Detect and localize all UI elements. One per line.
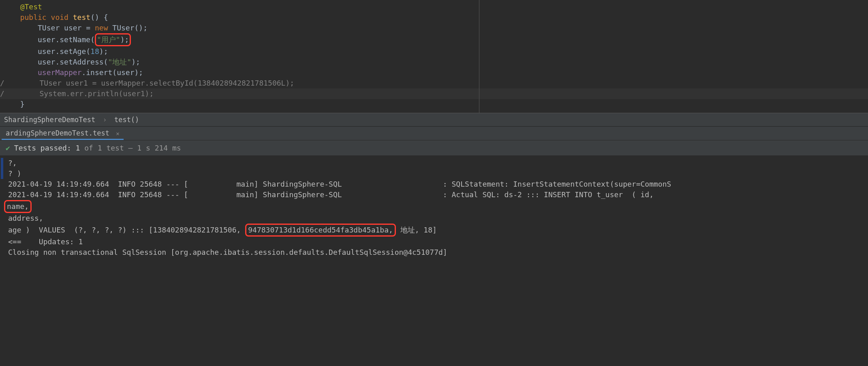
console-line: 2021-04-19 14:19:49.664 INFO 25648 --- [… xyxy=(0,189,868,200)
code-editor[interactable]: @Test public void test() { TUser user = … xyxy=(0,0,868,113)
tab-test-run[interactable]: ardingSphereDemoTest.test ✕ xyxy=(2,127,124,140)
console-line: <== Updates: 1 xyxy=(0,237,868,247)
test-status-bar: ✔ Tests passed: 1 of 1 test – 1 s 214 ms xyxy=(0,140,868,155)
check-icon: ✔ xyxy=(6,144,10,152)
tab-label: ardingSphereDemoTest.test xyxy=(6,129,109,137)
code-line: TUser user = new TUser(); xyxy=(0,23,868,33)
highlight-box-setname-arg: "用户"); xyxy=(95,33,131,46)
right-margin-guide xyxy=(479,0,479,113)
console-line: address, xyxy=(0,213,868,224)
tests-passed-label: Tests passed xyxy=(14,144,67,152)
breadcrumb[interactable]: ShardingSphereDemoTest › test() xyxy=(0,113,868,127)
selection-mark xyxy=(1,158,3,179)
close-icon[interactable]: ✕ xyxy=(116,130,119,137)
run-tabs: ardingSphereDemoTest.test ✕ xyxy=(0,127,868,140)
console-output[interactable]: ?, ? ) 2021-04-19 14:19:49.664 INFO 2564… xyxy=(0,155,868,263)
console-line: ?, xyxy=(0,158,868,168)
code-line: userMapper.insert(user); xyxy=(0,67,868,78)
code-line: user.setName("用户"); xyxy=(0,33,868,46)
commented-code: / TUser user1 = userMapper.selectById(13… xyxy=(0,78,868,88)
code-line: public void test() { xyxy=(0,12,868,23)
console-line: Closing non transactional SqlSession [or… xyxy=(0,247,868,258)
console-line: name, xyxy=(0,200,868,213)
console-line: age ) VALUES (?, ?, ?, ?) ::: [138402894… xyxy=(0,224,868,237)
code-line: } xyxy=(0,99,868,110)
commented-code: / System.err.println(user1); xyxy=(0,88,868,99)
annotation: @Test xyxy=(20,2,42,11)
code-line: user.setAddress("地址"); xyxy=(0,57,868,67)
highlight-box-name: name, xyxy=(4,200,32,213)
console-line: ? ) xyxy=(0,168,868,179)
code-line: @Test xyxy=(0,2,868,12)
chevron-right-icon: › xyxy=(103,116,107,124)
highlight-box-hash: 947830713d1d166cedd54fa3db45a1ba, xyxy=(245,224,396,237)
console-line: 2021-04-19 14:19:49.664 INFO 25648 --- [… xyxy=(0,179,868,189)
breadcrumb-item[interactable]: test() xyxy=(114,116,139,124)
breadcrumb-item[interactable]: ShardingSphereDemoTest xyxy=(4,116,95,124)
code-line: user.setAge(18); xyxy=(0,46,868,57)
